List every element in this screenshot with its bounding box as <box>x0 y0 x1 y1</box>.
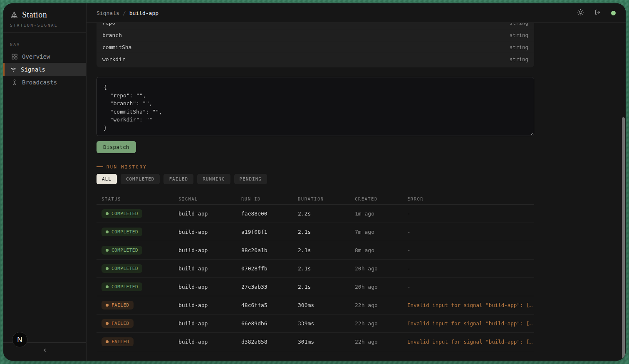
run-history-filters: ALLCOMPLETEDFAILEDRUNNINGPENDING <box>97 174 616 184</box>
table-row[interactable]: COMPLETED build-app a19f08f1 2.1s 7m ago… <box>97 223 534 241</box>
cell-run-id: a19f08f1 <box>241 229 298 235</box>
grid-icon <box>11 53 18 60</box>
sidebar: Station STATION-SIGNAL NAV Overview Sign… <box>3 3 87 361</box>
status-badge: COMPLETED <box>102 264 142 273</box>
status-label: COMPLETED <box>111 229 138 235</box>
filter-button-failed[interactable]: FAILED <box>163 174 193 184</box>
cell-signal: build-app <box>178 210 241 217</box>
cell-run-id: 48c6ffa5 <box>241 302 298 308</box>
status-badge: FAILED <box>102 319 134 328</box>
cell-signal: build-app <box>178 229 241 235</box>
scrollbar-thumb[interactable] <box>622 117 625 359</box>
status-badge: FAILED <box>102 301 134 310</box>
table-row[interactable]: COMPLETED build-app fae88e00 2.2s 1m ago… <box>97 205 534 223</box>
table-row[interactable]: COMPLETED build-app 07028ffb 2.1s 20h ag… <box>97 260 534 278</box>
payload-fields-card: repo string branch string commitSha stri… <box>97 23 534 67</box>
cell-created: 7m ago <box>355 229 407 235</box>
sidebar-nav: Overview Signals Broadcasts <box>3 50 86 89</box>
cell-signal: build-app <box>178 320 241 327</box>
theme-toggle-button[interactable] <box>577 9 584 17</box>
filter-button-all[interactable]: ALL <box>97 174 117 184</box>
signal-icon <box>10 66 17 73</box>
avatar: N <box>12 332 27 347</box>
cell-run-id: 88c20a1b <box>241 247 298 253</box>
field-type: string <box>510 56 528 62</box>
cell-created: 20h ago <box>355 265 407 272</box>
table-row[interactable]: FAILED build-app 48c6ffa5 300ms 22h ago … <box>97 296 534 314</box>
cell-error: Invalid input for signal "build-app": [… <box>407 320 534 327</box>
sidebar-collapse-button[interactable] <box>40 346 50 356</box>
status-dot-icon <box>106 322 109 325</box>
status-badge: COMPLETED <box>102 209 142 218</box>
table-row[interactable]: COMPLETED build-app 88c20a1b 2.1s 8m ago… <box>97 241 534 260</box>
cell-error: Invalid input for signal "build-app": [… <box>407 302 534 308</box>
cell-duration: 2.2s <box>298 210 355 217</box>
cell-error: - <box>407 229 534 235</box>
breadcrumb-separator: / <box>123 10 126 16</box>
run-history-title: RUN HISTORY <box>106 164 147 169</box>
status-badge: FAILED <box>102 337 134 346</box>
logout-button[interactable] <box>594 9 601 17</box>
status-dot-icon <box>106 340 109 343</box>
table-row[interactable]: FAILED build-app d382a858 301ms 22h ago … <box>97 333 534 351</box>
cell-signal: build-app <box>178 265 241 272</box>
table-column-header: SIGNAL <box>178 196 241 201</box>
filter-button-running[interactable]: RUNNING <box>197 174 230 184</box>
table-column-header: CREATED <box>355 196 407 201</box>
status-label: FAILED <box>111 302 129 308</box>
main-area: Signals / build-app <box>87 3 626 361</box>
app-title: Station <box>22 10 47 20</box>
cell-duration: 300ms <box>298 302 355 308</box>
field-name: branch <box>102 32 122 38</box>
signal-detail-content: repo string branch string commitSha stri… <box>87 23 626 361</box>
sidebar-item-overview[interactable]: Overview <box>3 50 86 63</box>
app-subtitle: STATION-SIGNAL <box>10 23 79 27</box>
status-dot-icon <box>106 230 109 233</box>
status-dot-icon <box>106 285 109 288</box>
payload-field-row: repo string <box>97 23 534 29</box>
cell-created: 22h ago <box>355 339 407 345</box>
cell-duration: 2.1s <box>298 229 355 235</box>
status-badge: COMPLETED <box>102 228 142 236</box>
payload-json-editor[interactable] <box>97 77 534 136</box>
nav-section-label: NAV <box>10 42 79 47</box>
logout-icon <box>594 9 601 17</box>
status-label: FAILED <box>111 321 129 326</box>
cell-created: 20h ago <box>355 284 407 290</box>
run-history-table: STATUSSIGNALRUN IDDURATIONCREATEDERROR C… <box>97 193 534 351</box>
field-type: string <box>510 44 528 50</box>
breadcrumb: Signals / build-app <box>97 10 158 16</box>
table-body: COMPLETED build-app fae88e00 2.2s 1m ago… <box>97 205 534 351</box>
payload-field-row: commitSha string <box>97 41 534 53</box>
broadcast-icon <box>11 79 18 86</box>
status-badge: COMPLETED <box>102 282 142 291</box>
filter-button-completed[interactable]: COMPLETED <box>121 174 160 184</box>
table-column-header: DURATION <box>298 196 355 201</box>
sidebar-item-signals[interactable]: Signals <box>3 63 86 76</box>
sidebar-item-label: Signals <box>21 66 45 73</box>
table-column-header: RUN ID <box>241 196 298 201</box>
cell-duration: 2.1s <box>298 247 355 253</box>
cell-run-id: 07028ffb <box>241 265 298 272</box>
status-dot-icon <box>106 267 109 270</box>
field-name: commitSha <box>102 44 131 50</box>
dispatch-button[interactable]: Dispatch <box>97 141 136 153</box>
table-column-header: ERROR <box>407 196 534 201</box>
status-label: COMPLETED <box>111 248 138 253</box>
status-dot-icon <box>106 249 109 252</box>
table-row[interactable]: FAILED build-app 66e89db6 339ms 22h ago … <box>97 314 534 333</box>
filter-button-pending[interactable]: PENDING <box>234 174 267 184</box>
station-logo-icon <box>10 11 18 19</box>
sidebar-item-broadcasts[interactable]: Broadcasts <box>3 76 86 89</box>
status-label: COMPLETED <box>111 211 138 216</box>
breadcrumb-signals-link[interactable]: Signals <box>97 10 119 16</box>
cell-run-id: 66e89db6 <box>241 320 298 327</box>
run-history-header: RUN HISTORY <box>97 164 616 169</box>
table-column-header: STATUS <box>102 196 178 201</box>
cell-error: - <box>407 284 534 290</box>
connection-status-dot <box>611 11 616 15</box>
cell-created: 1m ago <box>355 210 407 217</box>
cell-signal: build-app <box>178 284 241 290</box>
cell-duration: 339ms <box>298 320 355 327</box>
table-row[interactable]: COMPLETED build-app 27c3ab33 2.1s 20h ag… <box>97 278 534 296</box>
